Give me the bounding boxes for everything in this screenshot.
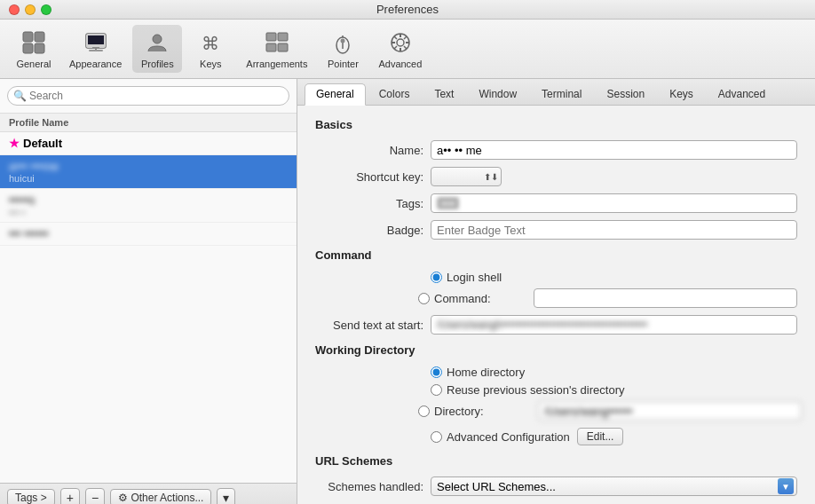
tags-button[interactable]: Tags > [7,489,55,504]
svg-line-26 [394,36,397,39]
edit-button[interactable]: Edit... [577,428,624,445]
tags-label: Tags: [315,197,431,210]
svg-rect-1 [35,32,44,42]
list-item[interactable]: •••••s ••• • [0,189,297,223]
schemes-select[interactable]: Select URL Schemes... [431,476,797,496]
login-shell-radio[interactable] [431,272,442,283]
keys-icon: ⌘ [196,28,225,57]
command-input[interactable] [534,288,797,308]
tags-control: •••• [431,193,797,213]
profile-name: ••• •••••• [9,227,288,240]
toolbar-keys-label: Keys [200,59,221,69]
toolbar-arrangements[interactable]: Arrangements [239,25,314,73]
tags-row: Tags: •••• [315,193,797,213]
name-control [431,140,797,160]
svg-line-27 [404,46,407,49]
svg-rect-9 [89,50,103,51]
profile-list: ★Default a••• •••me huicui •••••s ••• • [0,132,297,483]
home-dir-radio[interactable] [431,366,442,378]
general-icon [20,28,48,57]
tags-field[interactable]: •••• [431,193,797,213]
command-row: Command: [315,288,797,308]
list-item[interactable]: ★Default [0,132,297,155]
tab-keys[interactable]: Keys [658,83,705,105]
svg-rect-15 [278,43,288,51]
remove-profile-button[interactable]: − [85,488,105,504]
url-schemes-title: URL Schemes [315,454,797,468]
dropdown-button[interactable]: ▾ [217,488,235,504]
sidebar: 🔍 Profile Name ★Default a••• •••me huicu… [0,79,297,504]
login-shell-label: Login shell [447,271,502,284]
schemes-label: Schemes handled: [315,480,431,493]
tab-session[interactable]: Session [595,83,656,105]
list-item[interactable]: a••• •••me huicui [0,155,297,189]
toolbar-general-label: General [16,59,51,69]
pointer-icon [328,28,357,57]
send-text-value[interactable]: /Users/wangh••••••••••••••••••••••••••••… [431,315,797,335]
name-input[interactable] [431,140,797,160]
toolbar-appearance[interactable]: Appearance [62,25,129,73]
basics-section-title: Basics [315,118,797,131]
name-row: Name: [315,140,797,160]
adv-config-radio[interactable] [431,431,442,443]
tab-window[interactable]: Window [467,83,528,105]
add-profile-button[interactable]: + [60,488,80,504]
working-dir-title: Working Directory [315,343,797,357]
send-text-control: /Users/wangh••••••••••••••••••••••••••••… [431,315,797,335]
search-input[interactable] [7,86,289,106]
adv-config-row: Advanced Configuration Edit... [431,428,797,445]
svg-text:⌘: ⌘ [202,34,219,53]
toolbar-general[interactable]: General [9,25,59,73]
profiles-icon [143,28,171,57]
toolbar-advanced[interactable]: Advanced [371,25,429,73]
reuse-session-label: Reuse previous session's directory [447,383,624,397]
search-bar: 🔍 [0,79,297,114]
directory-radio[interactable] [418,406,430,417]
maximize-button[interactable] [41,4,51,15]
tab-text[interactable]: Text [423,83,465,105]
profile-name-blurred: a••• •••me [9,160,59,173]
svg-rect-2 [23,43,33,53]
command-label: Command: [434,292,491,305]
directory-input[interactable] [538,401,802,421]
adv-config-label: Advanced Configuration [447,430,570,444]
command-radio[interactable] [418,293,430,304]
svg-point-21 [397,39,404,46]
toolbar-appearance-label: Appearance [69,59,122,69]
svg-rect-6 [88,35,104,44]
profile-name: ★Default [9,137,288,150]
tab-colors[interactable]: Colors [368,83,422,105]
directory-label: Directory: [434,405,484,418]
toolbar-profiles[interactable]: Profiles [132,25,182,73]
toolbar-pointer-label: Pointer [328,59,359,69]
window-controls [9,4,51,15]
send-text-blurred: /Users/wangh••••••••••••••••••••••••••••… [437,319,647,331]
tab-general[interactable]: General [305,83,366,106]
badge-label: Badge: [315,224,431,237]
search-icon: 🔍 [13,90,27,102]
tab-advanced[interactable]: Advanced [707,83,777,105]
minimize-button[interactable] [25,4,36,15]
home-dir-row: Home directory [431,366,797,379]
star-icon: ★ [9,137,20,150]
svg-point-19 [341,39,345,43]
tab-bar: General Colors Text Window Terminal Sess… [297,79,815,106]
other-actions-button[interactable]: ⚙ Other Actions... [110,489,211,504]
tag-chip: •••• [437,197,459,209]
content-area: Basics Name: Shortcut key: ⬆⬇ [297,106,815,504]
tab-terminal[interactable]: Terminal [530,83,593,105]
window-title: Preferences [376,3,439,16]
shortcut-label: Shortcut key: [315,170,431,184]
toolbar-pointer[interactable]: Pointer [318,25,368,73]
badge-input[interactable] [431,220,797,240]
advanced-icon [386,28,415,57]
schemes-control: Select URL Schemes... ▼ [431,476,797,496]
list-item[interactable]: ••• •••••• [0,223,297,246]
reuse-session-row: Reuse previous session's directory [431,383,797,397]
home-dir-label: Home directory [447,366,525,379]
shortcut-select[interactable] [431,167,502,186]
close-button[interactable] [9,4,20,15]
reuse-session-radio[interactable] [431,384,442,396]
svg-rect-13 [278,33,288,41]
toolbar-keys[interactable]: ⌘ Keys [186,25,235,73]
